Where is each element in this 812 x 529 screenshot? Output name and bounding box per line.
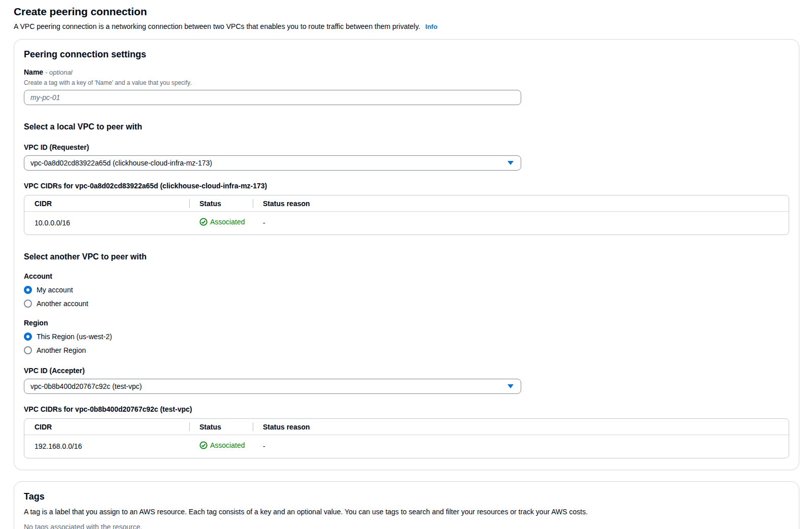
account-radio-group: My account Another account xyxy=(24,285,789,309)
table-header-row: CIDR Status Status reason xyxy=(24,195,789,212)
radio-label: Another account xyxy=(37,299,88,309)
page-description-text: A VPC peering connection is a networking… xyxy=(14,22,420,30)
column-header-cidr: CIDR xyxy=(24,419,189,435)
table-row: 192.168.0.0/16 Associated - xyxy=(24,435,789,458)
caret-down-icon xyxy=(507,161,514,165)
column-header-status-reason: Status reason xyxy=(253,419,789,435)
name-help-text: Create a tag with a key of 'Name' and a … xyxy=(24,79,789,87)
tags-description: A tag is a label that you assign to an A… xyxy=(24,507,789,516)
table-header-row: CIDR Status Status reason xyxy=(24,419,789,435)
radio-selected-icon xyxy=(24,286,32,294)
radio-my-account[interactable]: My account xyxy=(24,285,73,295)
vpc-accepter-select[interactable]: vpc-0b8b400d20767c92c (test-vpc) xyxy=(24,379,521,394)
vpc-accepter-select-value: vpc-0b8b400d20767c92c (test-vpc) xyxy=(30,382,142,390)
region-label: Region xyxy=(24,318,789,328)
name-label: Name xyxy=(24,68,43,76)
another-vpc-section-heading: Select another VPC to peer with xyxy=(24,252,789,262)
column-header-cidr: CIDR xyxy=(24,195,189,212)
tags-empty-text: No tags associated with the resource. xyxy=(24,523,789,529)
accepter-cidrs-label: VPC CIDRs for vpc-0b8b400d20767c92c (tes… xyxy=(24,404,789,414)
account-label: Account xyxy=(24,271,789,281)
info-link[interactable]: Info xyxy=(425,23,437,30)
peering-connection-settings-card: Peering connection settings Name - optio… xyxy=(14,39,799,470)
radio-another-region[interactable]: Another Region xyxy=(24,345,86,355)
settings-card-title: Peering connection settings xyxy=(24,48,789,60)
create-peering-connection-page: Create peering connection A VPC peering … xyxy=(0,0,812,529)
vpc-requester-select[interactable]: vpc-0a8d02cd83922a65d (clickhouse-cloud-… xyxy=(24,155,521,171)
radio-label: Another Region xyxy=(37,345,86,355)
name-input[interactable] xyxy=(24,90,521,105)
tags-card: Tags A tag is a label that you assign to… xyxy=(14,481,799,529)
radio-another-account[interactable]: Another account xyxy=(24,299,88,309)
status-reason-value: - xyxy=(253,435,789,458)
status-text: Associated xyxy=(210,218,245,226)
radio-label: My account xyxy=(37,285,73,295)
region-radio-group: This Region (us-west-2) Another Region xyxy=(24,332,789,355)
column-header-status: Status xyxy=(189,195,253,212)
vpc-requester-label: VPC ID (Requester) xyxy=(24,142,789,152)
requester-cidrs-label: VPC CIDRs for vpc-0a8d02cd83922a65d (cli… xyxy=(24,181,789,191)
radio-label: This Region (us-west-2) xyxy=(37,332,112,342)
column-header-status-reason: Status reason xyxy=(253,195,789,212)
column-header-status: Status xyxy=(189,419,253,435)
page-description: A VPC peering connection is a networking… xyxy=(14,22,799,31)
vpc-accepter-label: VPC ID (Accepter) xyxy=(24,366,789,376)
status-text: Associated xyxy=(210,441,245,449)
page-title: Create peering connection xyxy=(14,5,799,18)
requester-cidr-table: CIDR Status Status reason 10.0.0.0/16 xyxy=(24,195,789,235)
status-badge: Associated xyxy=(199,218,245,226)
name-field-label: Name - optional xyxy=(24,67,789,78)
cidr-value: 192.168.0.0/16 xyxy=(24,435,189,458)
cidr-value: 10.0.0.0/16 xyxy=(24,212,189,235)
table-row: 10.0.0.0/16 Associated - xyxy=(24,212,789,235)
radio-this-region[interactable]: This Region (us-west-2) xyxy=(24,332,112,342)
status-reason-value: - xyxy=(253,212,789,235)
name-optional-label: - optional xyxy=(45,69,72,76)
check-circle-icon xyxy=(199,218,208,226)
radio-unselected-icon xyxy=(24,300,32,308)
radio-unselected-icon xyxy=(24,346,32,354)
vpc-requester-select-value: vpc-0a8d02cd83922a65d (clickhouse-cloud-… xyxy=(30,159,212,167)
tags-card-title: Tags xyxy=(24,490,789,503)
accepter-cidr-table: CIDR Status Status reason 192.168.0.0/16 xyxy=(24,418,789,458)
radio-selected-icon xyxy=(24,333,32,341)
local-vpc-section-heading: Select a local VPC to peer with xyxy=(24,122,789,132)
caret-down-icon xyxy=(507,384,514,388)
check-circle-icon xyxy=(199,441,208,449)
status-badge: Associated xyxy=(199,441,245,449)
